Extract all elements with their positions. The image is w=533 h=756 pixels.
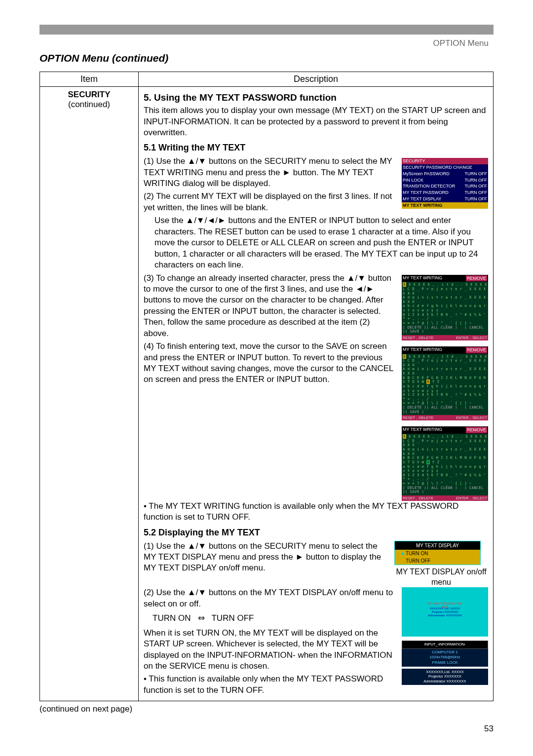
step-4: (4) To finish entering text, move the cu… — [144, 341, 397, 385]
double-arrow-icon — [198, 613, 205, 623]
header-breadcrumb: OPTION Menu — [39, 37, 494, 52]
display-caption: MY TEXT DISPLAY on/off menu — [394, 567, 488, 587]
item-name: SECURITY — [68, 90, 111, 99]
startup-screen-preview: NO INPUT IS DETECTEDRGB XXXXXXX,Ltd. XXX… — [402, 587, 488, 637]
step-2-lead: (2) The current MY TEXT will be displaye… — [144, 191, 397, 213]
input-information-preview: INPUT_-INFORMATION- COMPUTER 1 1024x768@… — [402, 641, 488, 685]
menu-pointer-icon: ► — [401, 550, 406, 557]
step-52-1: (1) Use the ▲/▼ buttons on the SECURITY … — [144, 541, 389, 574]
page-number: 53 — [39, 724, 494, 734]
note-52: • This function is available only when t… — [144, 674, 397, 696]
note-51: • The MY TEXT WRITING function is availa… — [144, 501, 488, 523]
step-52-2: (2) Use the ▲/▼ buttons on the MY TEXT D… — [144, 587, 397, 609]
continued-note: (continued on next page) — [39, 704, 494, 714]
writing-dialog-2: MY TEXT WRITINGREMOVE X X X X X X , . L … — [402, 346, 488, 421]
step-52-3: When it is set TURN ON, the MY TEXT will… — [144, 628, 397, 672]
item-note: (continued) — [68, 100, 110, 109]
display-onoff-menu: MY TEXT DISPLAY ►TURN ON ►TURN OFF — [394, 541, 481, 566]
option-table: Item Description SECURITY (continued) 5.… — [39, 72, 494, 701]
step-3: (3) To change an already inserted charac… — [144, 273, 397, 340]
writing-dialog-1: MY TEXT WRITINGREMOVE X X X X X X , . L … — [402, 275, 488, 340]
heading-5: 5. Using the MY TEXT PASSWORD function — [144, 91, 488, 104]
security-menu-screenshot: SECURITY SECURITY PASSWORD CHANGE MyScre… — [402, 158, 488, 208]
header-bar — [39, 25, 494, 35]
description-cell: 5. Using the MY TEXT PASSWORD function T… — [139, 87, 494, 701]
heading-5-2: 5.2 Displaying the MY TEXT — [144, 527, 488, 539]
col-description: Description — [139, 72, 494, 87]
toggle-values: TURN ON TURN OFF — [144, 611, 397, 625]
item-cell: SECURITY (continued) — [40, 87, 139, 701]
intro-text: This item allows you to display your own… — [144, 105, 488, 138]
writing-dialog-3: MY TEXT WRITINGREMOVE X X X X X X , . L … — [402, 426, 488, 501]
col-item: Item — [40, 72, 139, 87]
page-title: OPTION Menu (continued) — [39, 52, 494, 64]
heading-5-1: 5.1 Writing the MY TEXT — [144, 142, 488, 154]
step-1: (1) Use the ▲/▼ buttons on the SECURITY … — [144, 156, 397, 189]
step-2-rest: Use the ▲/▼/◄/► buttons and the ENTER or… — [144, 215, 488, 270]
